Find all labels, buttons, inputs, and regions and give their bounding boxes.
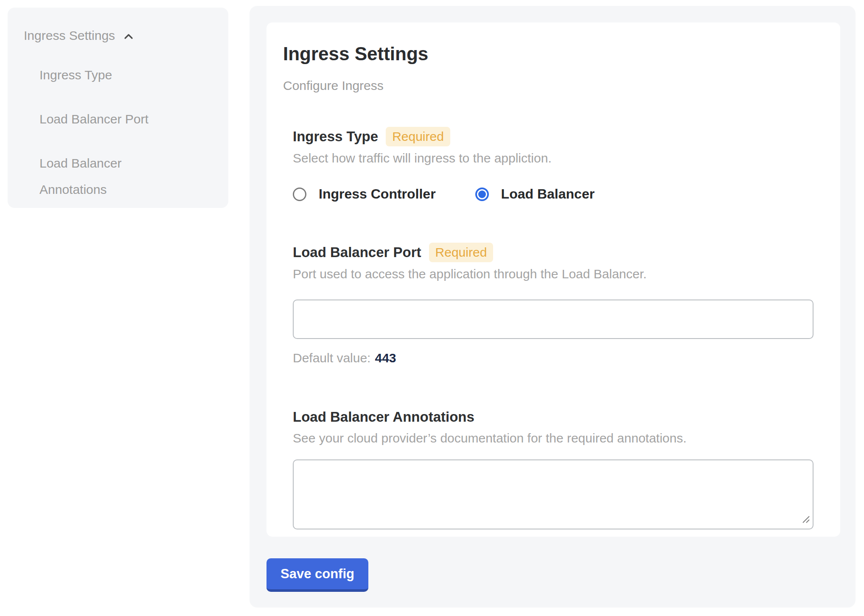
sidebar-group-label: Ingress Settings [24, 27, 115, 44]
lb-port-default-row: Default value:443 [293, 349, 814, 367]
sidebar-item-load-balancer-annotations[interactable]: Load Balancer Annotations [39, 150, 180, 203]
default-value-label: Default value: [293, 351, 370, 365]
radio-option-ingress-controller[interactable]: Ingress Controller [293, 186, 436, 202]
ingress-type-description: Select how traffic will ingress to the a… [293, 150, 814, 167]
required-badge: Required [386, 127, 450, 146]
radio-label-ingress-controller: Ingress Controller [319, 186, 436, 202]
radio-option-load-balancer[interactable]: Load Balancer [475, 186, 595, 202]
lb-annotations-description: See your cloud provider’s documentation … [293, 430, 814, 447]
default-value: 443 [375, 351, 396, 365]
sidebar-item-list: Ingress Type Load Balancer Port Load Bal… [24, 62, 228, 203]
lb-annotations-label: Load Balancer Annotations [293, 408, 474, 426]
ingress-type-options: Ingress Controller Load Balancer [293, 186, 814, 202]
section-load-balancer-port: Load Balancer Port Required Port used to… [293, 243, 814, 367]
settings-sidebar: Ingress Settings Ingress Type Load Balan… [8, 8, 228, 208]
section-load-balancer-annotations: Load Balancer Annotations See your cloud… [293, 408, 814, 529]
sidebar-group-ingress-settings[interactable]: Ingress Settings [24, 27, 228, 44]
ingress-type-label: Ingress Type [293, 127, 378, 146]
lb-port-description: Port used to access the application thro… [293, 266, 814, 283]
chevron-up-icon [122, 30, 135, 43]
section-ingress-type: Ingress Type Required Select how traffic… [293, 127, 814, 202]
lb-annotations-textarea[interactable] [293, 459, 814, 529]
sidebar-item-ingress-type[interactable]: Ingress Type [39, 62, 180, 88]
radio-label-load-balancer: Load Balancer [501, 186, 595, 202]
lb-port-input[interactable] [293, 300, 814, 339]
radio-selected-icon[interactable] [475, 188, 489, 201]
page-title: Ingress Settings [283, 43, 814, 65]
radio-unselected-icon[interactable] [293, 188, 306, 201]
sidebar-item-load-balancer-port[interactable]: Load Balancer Port [39, 106, 180, 132]
main-panel: Ingress Settings Configure Ingress Ingre… [250, 6, 856, 608]
save-config-button[interactable]: Save config [266, 558, 368, 592]
page-subtitle: Configure Ingress [283, 78, 814, 94]
required-badge: Required [429, 243, 494, 262]
lb-port-label: Load Balancer Port [293, 243, 421, 262]
ingress-settings-card: Ingress Settings Configure Ingress Ingre… [266, 22, 840, 537]
